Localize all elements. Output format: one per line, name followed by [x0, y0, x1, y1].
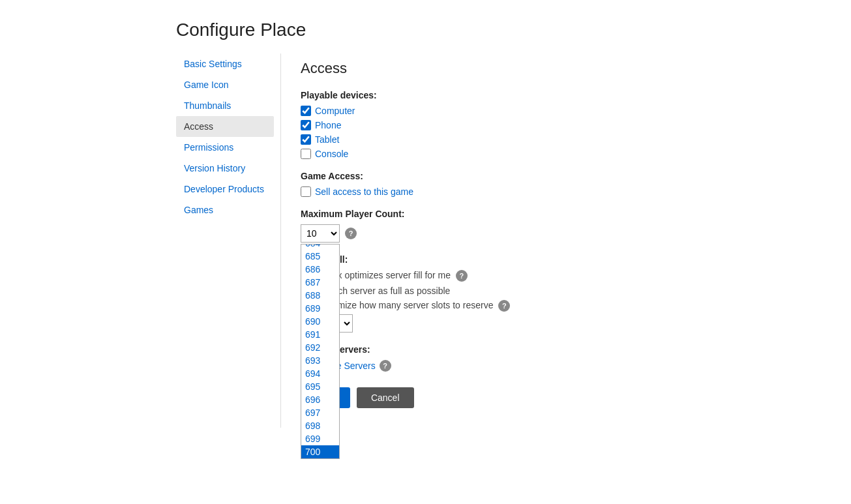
dropdown-item-693[interactable]: 693 [301, 354, 339, 367]
tablet-checkbox[interactable] [301, 134, 311, 145]
server-fill-radio-group: Roblox optimizes server fill for me ? Fi… [301, 270, 730, 312]
private-servers-row: Private Servers ? [301, 360, 730, 372]
sell-access-checkbox[interactable] [301, 186, 311, 197]
layout: Basic Settings Game Icon Thumbnails Acce… [176, 53, 851, 428]
sidebar: Basic Settings Game Icon Thumbnails Acce… [176, 53, 280, 428]
playable-devices-label: Playable devices: [301, 90, 730, 100]
dropdown-item-697[interactable]: 697 [301, 406, 339, 419]
sidebar-item-thumbnails[interactable]: Thumbnails [176, 95, 274, 116]
player-count-help-icon[interactable]: ? [345, 228, 357, 239]
dropdown-item-689[interactable]: 689 [301, 302, 339, 315]
game-access-group: Game Access: Sell access to this game [301, 171, 730, 197]
max-player-count-label: Maximum Player Count: [301, 209, 730, 219]
dropdown-item-690[interactable]: 690 [301, 315, 339, 328]
sidebar-item-game-icon[interactable]: Game Icon [176, 74, 274, 95]
dropdown-item-688[interactable]: 688 [301, 289, 339, 302]
roblox-optimize-help-icon[interactable]: ? [456, 270, 468, 282]
tablet-label: Tablet [315, 134, 339, 145]
computer-checkbox-row: Computer [301, 106, 730, 116]
dropdown-item-686[interactable]: 686 [301, 263, 339, 276]
phone-label: Phone [315, 120, 341, 130]
cancel-button[interactable]: Cancel [357, 387, 414, 408]
max-player-count-group: Maximum Player Count: 10 ? 6816826836846… [301, 209, 730, 243]
roblox-optimize-radio-row: Roblox optimizes server fill for me ? [301, 270, 730, 282]
dropdown-item-696[interactable]: 696 [301, 393, 339, 406]
sell-access-row: Sell access to this game [301, 186, 730, 197]
section-title: Access [301, 60, 730, 77]
reserve-dropdown-row: None 1 2 5 10 [301, 314, 730, 333]
dropdown-item-691[interactable]: 691 [301, 328, 339, 341]
server-fill-label: Server Fill: [301, 254, 730, 265]
private-servers-section: Private Servers: Private Servers ? [301, 344, 730, 372]
dropdown-item-692[interactable]: 692 [301, 341, 339, 354]
customize-help-icon[interactable]: ? [498, 300, 510, 312]
dropdown-item-695[interactable]: 695 [301, 380, 339, 393]
sidebar-item-access[interactable]: Access [176, 116, 274, 137]
phone-checkbox-row: Phone [301, 120, 730, 130]
dropdown-item-685[interactable]: 685 [301, 250, 339, 263]
tablet-checkbox-row: Tablet [301, 134, 730, 145]
server-fill-section: Server Fill: Roblox optimizes server fil… [301, 254, 730, 333]
dropdown-item-694[interactable]: 694 [301, 367, 339, 380]
computer-checkbox[interactable] [301, 106, 311, 116]
fill-each-radio-row: Fill each server as full as possible [301, 286, 730, 296]
dropdown-item-687[interactable]: 687 [301, 276, 339, 289]
console-checkbox-row: Console [301, 149, 730, 159]
dropdown-item-699[interactable]: 699 [301, 432, 339, 445]
phone-checkbox[interactable] [301, 120, 311, 130]
private-servers-help-icon[interactable]: ? [380, 360, 391, 372]
game-access-label: Game Access: [301, 171, 730, 181]
player-count-dropdown-row: 10 ? 68168268368468568668768868969069169… [301, 224, 730, 243]
sell-access-label: Sell access to this game [315, 186, 413, 197]
dropdown-item-684[interactable]: 684 [301, 244, 339, 250]
button-row: Save Cancel [301, 387, 730, 408]
player-count-select[interactable]: 10 [301, 224, 340, 243]
sidebar-item-permissions[interactable]: Permissions [176, 137, 274, 158]
page-title: Configure Place [176, 13, 851, 40]
main-content: Access Playable devices: Computer Phone … [280, 53, 750, 428]
playable-devices-group: Playable devices: Computer Phone Tablet … [301, 90, 730, 159]
sidebar-item-basic-settings[interactable]: Basic Settings [176, 53, 274, 74]
page-container: Configure Place Basic Settings Game Icon… [0, 0, 851, 504]
sidebar-item-version-history[interactable]: Version History [176, 158, 274, 179]
console-checkbox[interactable] [301, 149, 311, 159]
sidebar-item-games[interactable]: Games [176, 200, 274, 220]
private-servers-label: Private Servers: [301, 344, 730, 355]
sidebar-item-developer-products[interactable]: Developer Products [176, 179, 274, 200]
dropdown-item-698[interactable]: 698 [301, 419, 339, 432]
console-label: Console [315, 149, 348, 159]
player-count-dropdown-list[interactable]: 6816826836846856866876886896906916926936… [301, 244, 340, 459]
customize-radio-row: Customize how many server slots to reser… [301, 300, 730, 312]
dropdown-item-700[interactable]: 700 [301, 445, 339, 458]
customize-label: Customize how many server slots to reser… [314, 300, 510, 312]
computer-label: Computer [315, 106, 355, 116]
